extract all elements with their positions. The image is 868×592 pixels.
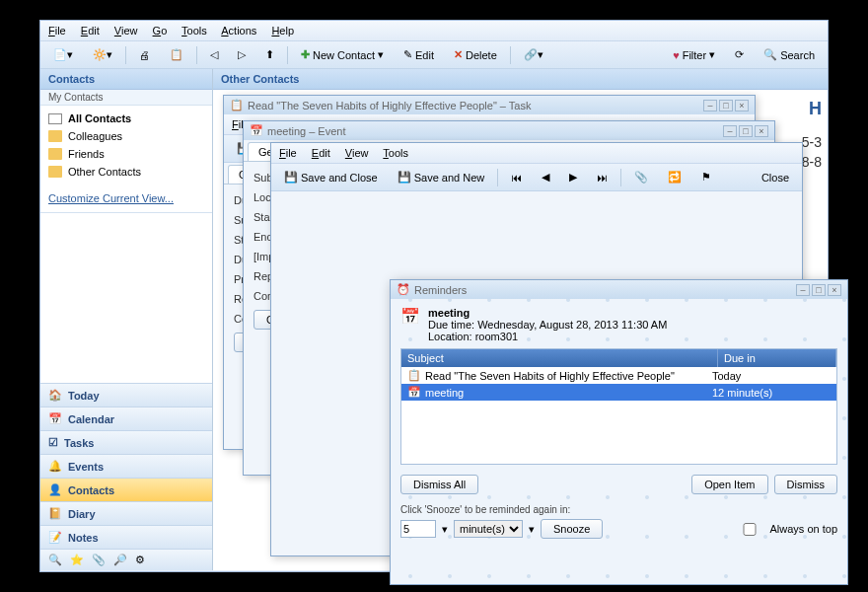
snooze-unit-select[interactable]: minute(s) (454, 520, 523, 538)
col-subject[interactable]: Subject (401, 349, 718, 367)
nav-events[interactable]: 🔔 Events (40, 454, 212, 478)
window-titlebar[interactable]: 📅 meeting – Event –□× (244, 121, 774, 140)
folder-icon (48, 130, 62, 142)
close-button[interactable]: Close (755, 169, 796, 186)
prev-button[interactable]: ◀ (535, 168, 556, 186)
shortcut-icon[interactable]: 🔎 (113, 554, 127, 566)
folder-icon (48, 148, 62, 160)
first-button[interactable]: ⏮ (504, 169, 529, 186)
menu-help[interactable]: Help (271, 25, 294, 37)
fwd-button[interactable]: ▷ (231, 45, 253, 64)
window-titlebar[interactable]: ⏰ Reminders –□× (391, 280, 847, 299)
up-button[interactable]: ⬆ (258, 45, 281, 64)
calendar-icon: 📅 (400, 307, 420, 342)
nav-calendar[interactable]: 📅 Calendar (40, 407, 212, 430)
separator (510, 46, 511, 64)
maximize-button[interactable]: □ (812, 284, 826, 296)
editor-menubar: File Edit View Tools (271, 143, 802, 164)
delete-button[interactable]: ✕ Delete (447, 45, 504, 64)
window-title-text: Read "The Seven Habits of Highly Effecti… (248, 100, 531, 111)
back-button[interactable]: ◁ (203, 45, 225, 64)
col-due-in[interactable]: Due in (718, 349, 836, 367)
spinner-icon[interactable]: ▾ (529, 523, 535, 536)
shortcut-icon[interactable]: ⚙ (135, 554, 145, 566)
menu-edit[interactable]: Edit (312, 147, 330, 159)
refresh-button[interactable]: ⟳ (728, 45, 751, 64)
sidebar-item-other-contacts[interactable]: Other Contacts (40, 163, 212, 181)
letter-index-H[interactable]: H (809, 99, 822, 119)
preview-button[interactable]: 📋 (163, 45, 190, 64)
menu-file[interactable]: File (48, 25, 66, 37)
snooze-value-input[interactable] (400, 520, 436, 538)
nav-diary[interactable]: 📔 Diary (40, 501, 212, 525)
dismiss-all-button[interactable]: Dismiss All (400, 475, 478, 494)
sidebar-item-all-contacts[interactable]: All Contacts (40, 110, 212, 127)
shortcut-icon[interactable]: 📎 (92, 554, 106, 566)
window-titlebar[interactable]: 📋 Read "The Seven Habits of Highly Effec… (224, 96, 755, 114)
customize-view-link[interactable]: Customize Current View... (40, 185, 212, 213)
minimize-button[interactable]: – (703, 100, 717, 111)
close-button[interactable]: × (755, 125, 768, 137)
nav-notes[interactable]: 📝 Notes (40, 525, 212, 549)
open-item-button[interactable]: Open Item (691, 475, 767, 494)
separator (196, 46, 197, 64)
link-button[interactable]: 🔗▾ (517, 45, 550, 64)
print-button[interactable]: 🖨 (132, 46, 157, 64)
menu-tools[interactable]: Tools (383, 147, 408, 159)
card-icon (48, 113, 62, 124)
shortcut-icon[interactable]: 🔍 (48, 554, 62, 566)
new-dropdown[interactable]: 📄▾ (46, 45, 80, 64)
app-window: File Edit View Go Tools Actions Help 📄▾ … (39, 20, 829, 572)
attach-button[interactable]: 📎 (627, 168, 655, 186)
nav-tasks[interactable]: ☑ Tasks (40, 430, 212, 454)
reminder-title: meeting (428, 307, 837, 319)
menu-go[interactable]: Go (153, 25, 168, 37)
search-button[interactable]: 🔍 Search (757, 45, 822, 64)
nav-shortcut-bar: 🔍 ⭐ 📎 🔎 ⚙ (40, 549, 212, 570)
sidebar-header: Contacts (40, 69, 212, 90)
sidebar-item-friends[interactable]: Friends (40, 145, 212, 163)
minimize-button[interactable]: – (723, 125, 737, 137)
sidebar-item-colleagues[interactable]: Colleagues (40, 127, 212, 145)
maximize-button[interactable]: □ (739, 125, 753, 137)
always-on-top-checkbox[interactable]: Always on top (732, 523, 837, 536)
next-button[interactable]: ▶ (562, 168, 584, 186)
shortcut-icon[interactable]: ⭐ (70, 554, 84, 566)
menu-view[interactable]: View (114, 25, 138, 37)
last-button[interactable]: ⏭ (590, 169, 615, 186)
flag-button[interactable]: ⚑ (694, 168, 718, 186)
menu-tools[interactable]: Tools (181, 25, 207, 37)
reminder-row[interactable]: 📋Read "The Seven Habits of Highly Effect… (401, 367, 836, 384)
dismiss-button[interactable]: Dismiss (774, 475, 838, 494)
nav-pane: 🏠 Today 📅 Calendar ☑ Tasks 🔔 Events 👤 Co… (40, 383, 212, 570)
close-button[interactable]: × (735, 100, 749, 111)
content-area: Other Contacts H 5-3 8-8 📋 Read "The Sev… (213, 69, 828, 570)
menu-edit[interactable]: Edit (81, 25, 100, 37)
save-new-button[interactable]: 💾 Save and New (391, 168, 492, 186)
window-title-text: meeting – Event (267, 125, 346, 137)
tool-btn-2[interactable]: 🔆▾ (86, 45, 119, 64)
reminder-row-selected[interactable]: 📅meeting 12 minute(s) (401, 384, 836, 401)
separator (125, 46, 126, 64)
snooze-button[interactable]: Snooze (541, 519, 603, 539)
menu-view[interactable]: View (345, 147, 369, 159)
close-button[interactable]: × (828, 284, 841, 296)
nav-contacts[interactable]: 👤 Contacts (40, 478, 212, 501)
snooze-label: Click 'Snooze' to be reminded again in: (400, 504, 837, 515)
list-header: Subject Due in (401, 349, 836, 367)
task-icon: 📋 (230, 99, 244, 111)
new-contact-button[interactable]: ✚ New Contact ▾ (294, 45, 391, 64)
minimize-button[interactable]: – (796, 284, 810, 296)
spinner-icon[interactable]: ▾ (442, 523, 448, 536)
filter-button[interactable]: ♥ Filter ▾ (666, 45, 722, 64)
maximize-button[interactable]: □ (719, 100, 733, 111)
nav-today[interactable]: 🏠 Today (40, 383, 212, 407)
menu-file[interactable]: File (279, 147, 297, 159)
edit-button[interactable]: ✎ Edit (397, 45, 441, 64)
editor-toolbar: 💾 Save and Close 💾 Save and New ⏮ ◀ ▶ ⏭ … (271, 164, 802, 191)
menu-actions[interactable]: Actions (221, 25, 256, 37)
save-close-button[interactable]: 💾 Save and Close (277, 168, 385, 186)
main-menubar: File Edit View Go Tools Actions Help (40, 21, 828, 41)
recur-button[interactable]: 🔁 (661, 168, 688, 186)
window-title-text: Reminders (414, 284, 467, 296)
